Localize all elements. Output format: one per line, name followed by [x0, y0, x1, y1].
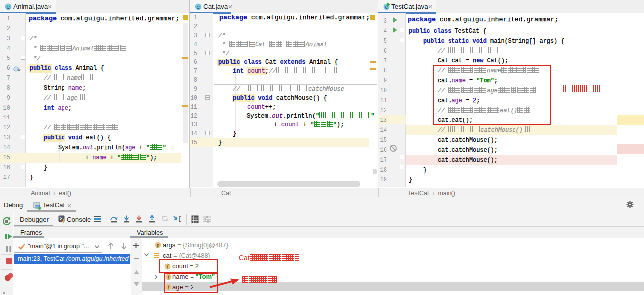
svg-text:C: C [7, 4, 10, 10]
svg-text:p: p [156, 242, 159, 248]
svg-text:C: C [197, 4, 200, 10]
